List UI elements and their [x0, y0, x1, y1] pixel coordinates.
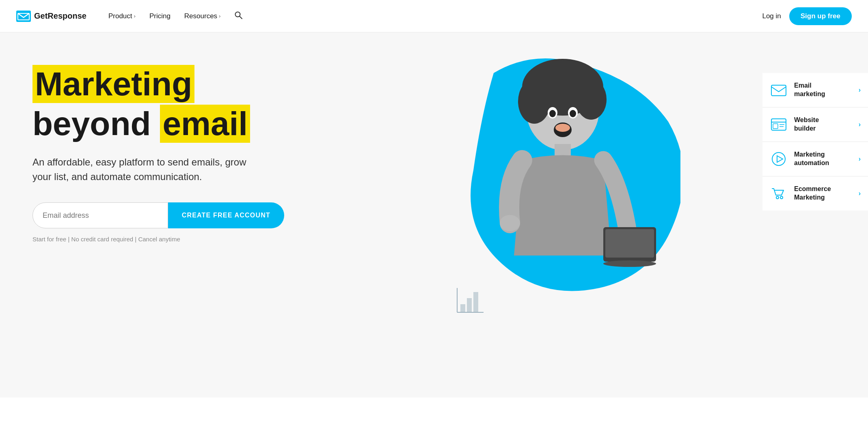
hero-heading: Marketing beyond email [32, 65, 477, 143]
create-account-button[interactable]: CREATE FREE ACCOUNT [168, 202, 284, 228]
svg-point-26 [500, 215, 520, 231]
nav-resources[interactable]: Resources › [179, 9, 227, 24]
svg-point-19 [570, 110, 576, 117]
svg-rect-27 [771, 85, 786, 96]
email-marketing-icon [770, 81, 788, 99]
svg-line-3 [240, 16, 242, 19]
feature-card-email-label: Emailmarketing [794, 82, 852, 99]
feature-card-website-chevron-icon: › [859, 121, 861, 128]
nav-product[interactable]: Product › [103, 9, 141, 24]
svg-point-15 [576, 79, 607, 120]
nav-right: Log in Sign up free [762, 7, 852, 25]
product-chevron-icon: › [134, 13, 136, 19]
resources-chevron-icon: › [219, 13, 220, 19]
feature-card-website-text: Websitebuilder [794, 116, 852, 133]
email-form: CREATE FREE ACCOUNT [32, 202, 284, 228]
email-input[interactable] [32, 202, 168, 228]
search-icon[interactable] [229, 8, 248, 24]
feature-card-automation-chevron-icon: › [859, 155, 861, 163]
svg-point-14 [518, 79, 551, 124]
svg-point-18 [549, 110, 556, 117]
hero-heading-line2: beyond email [32, 105, 477, 143]
feature-card-automation-text: Marketingautomation [794, 150, 852, 168]
feature-card-ecommerce-text: EcommerceMarketing [794, 185, 852, 202]
svg-point-25 [603, 260, 656, 267]
feature-card-ecommerce-label: EcommerceMarketing [794, 185, 852, 202]
navbar: GetResponse Product › Pricing Resources … [0, 0, 868, 32]
hero-heading-line1: Marketing [32, 65, 477, 103]
feature-card-email[interactable]: Emailmarketing › [762, 73, 868, 107]
ecommerce-marketing-icon [770, 185, 788, 202]
hero-left: Marketing beyond email An affordable, ea… [0, 32, 477, 397]
form-note: Start for free | No credit card required… [32, 236, 477, 243]
feature-card-automation-label: Marketingautomation [794, 150, 852, 168]
svg-point-35 [776, 196, 779, 199]
hero-section: Marketing beyond email An affordable, ea… [0, 32, 868, 397]
svg-marker-34 [777, 156, 783, 162]
website-builder-icon [770, 116, 788, 133]
svg-rect-30 [773, 124, 778, 129]
hero-right: Emailmarketing › Websitebuilder › [477, 32, 868, 397]
feature-card-automation[interactable]: Marketingautomation › [762, 142, 868, 176]
feature-card-email-text: Emailmarketing [794, 82, 852, 99]
signup-button[interactable]: Sign up free [789, 7, 852, 25]
feature-card-ecommerce[interactable]: EcommerceMarketing › [762, 176, 868, 211]
marketing-automation-icon [770, 150, 788, 168]
feature-cards: Emailmarketing › Websitebuilder › [762, 73, 868, 211]
feature-card-email-chevron-icon: › [859, 86, 861, 94]
logo-icon [16, 11, 31, 22]
nav-pricing[interactable]: Pricing [144, 9, 176, 24]
brand-name: GetResponse [34, 11, 86, 21]
logo-link[interactable]: GetResponse [16, 11, 86, 22]
login-link[interactable]: Log in [762, 12, 781, 20]
svg-rect-24 [605, 229, 654, 258]
person-illustration [482, 53, 676, 312]
feature-card-ecommerce-chevron-icon: › [859, 190, 861, 197]
hero-subtext: An affordable, easy platform to send ema… [32, 155, 260, 184]
nav-links: Product › Pricing Resources › [103, 8, 762, 24]
feature-card-website[interactable]: Websitebuilder › [762, 107, 868, 142]
svg-point-36 [780, 196, 783, 199]
feature-card-website-label: Websitebuilder [794, 116, 852, 133]
svg-point-21 [555, 124, 570, 132]
